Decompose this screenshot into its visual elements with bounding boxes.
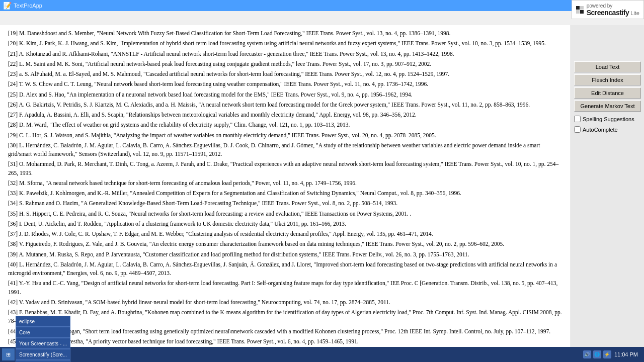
reference-item: [28] D. M. Ward, "The effect of weather … — [8, 121, 562, 129]
reference-item: [37] J. D. Rhodes, W. J. Cole, C. R. Ups… — [8, 230, 562, 238]
sidebar: Load Text Flesch Index Edit Distance Gen… — [571, 25, 644, 348]
reference-item: [40] L. Hernández, C. Baladrón, J. M. Ag… — [8, 260, 562, 278]
main-container: [19] M. Daneshdoost and S. Member, "Neur… — [0, 25, 644, 348]
reference-item: [27] F. Apadula, A. Bassini, A. Elli, an… — [8, 111, 562, 119]
document-text: [19] M. Daneshdoost and S. Member, "Neur… — [8, 29, 562, 348]
tray-icon-3[interactable]: ⚡ — [603, 350, 611, 358]
reference-item: [29] C. L. Hor, S. J. Watson, and S. Maj… — [8, 131, 562, 140]
spelling-suggestions-checkbox[interactable] — [574, 116, 581, 122]
taskbar: ⊞ eclipseCoreYour Screencasts - ...Scree… — [0, 347, 644, 362]
window-title-bar: 📝 TextProApp _ □ ✕ — [0, 0, 644, 11]
clock: 11:04 PM — [614, 351, 638, 357]
reference-item: [39] A. Mutanen, M. Ruska, S. Repo, and … — [8, 250, 562, 259]
reference-item: [34] S. Rahman and O. Hazim, "A Generali… — [8, 199, 562, 208]
logo-sq3 — [576, 10, 580, 14]
logo-sq2 — [580, 6, 584, 10]
reference-item: [44] I. Erkmen and a. Ozdogan, "Short te… — [8, 327, 562, 336]
taskbar-right: 🔊 🌐 ⚡ 11:04 PM — [583, 350, 642, 358]
reference-item: [19] M. Daneshdoost and S. Member, "Neur… — [8, 29, 562, 38]
reference-item: [42] V. Yadav and D. Srinivasan, "A SOM-… — [8, 298, 562, 307]
reference-item: [30] L. Hernández, C. Baladrón, J. M. Ag… — [8, 141, 562, 159]
reference-item: [41] Y.-Y. Hsu and C.-C. Yang, "Design o… — [8, 279, 562, 297]
reference-item: [25] D. Alex and S. Hao, "An implementat… — [8, 90, 562, 99]
app-icon: 📝 — [3, 2, 12, 10]
reference-item: [31] O. Mohammed, D. Park, R. Merchant, … — [8, 160, 562, 177]
title-left: 📝 TextProApp — [3, 2, 42, 10]
reference-item: [24] T. W. S. Chow and C. T. Leung, "Neu… — [8, 80, 562, 88]
powered-label: powered by — [587, 3, 613, 9]
windows-icon: ⊞ — [6, 351, 11, 358]
document-area[interactable]: [19] M. Daneshdoost and S. Member, "Neur… — [0, 25, 571, 348]
taskbar-item-eclipse[interactable]: eclipse — [16, 316, 70, 327]
autocomplete-checkbox[interactable] — [574, 126, 581, 133]
window-title: TextProApp — [14, 3, 42, 9]
taskbar-item-java---mooctext...[interactable]: Java - MOOCText... — [16, 360, 70, 362]
autocomplete-label: AutoComplete — [583, 127, 618, 133]
reference-item: [36] I. Dent, U. Aickelin, and T. Rodden… — [8, 220, 562, 228]
flesch-index-button[interactable]: Flesch Index — [574, 74, 641, 85]
start-button[interactable]: ⊞ — [2, 348, 15, 360]
spelling-suggestions-checkbox-row[interactable]: Spelling Suggestions — [574, 116, 641, 122]
taskbar-items: eclipseCoreYour Screencasts - ...Screenc… — [16, 316, 70, 362]
generate-markov-button[interactable]: Generate Markov Text — [574, 101, 641, 112]
taskbar-item-your-screencasts---...[interactable]: Your Screencasts - ... — [16, 338, 70, 349]
logo-sq1 — [576, 6, 580, 10]
reference-item: [22] L. M. Saini and M. K. Soni, "Artifi… — [8, 60, 562, 68]
system-tray-icons: 🔊 🌐 ⚡ — [583, 350, 611, 358]
reference-item: [26] A. G. Bakirtzis, V. Petridis, S. J.… — [8, 101, 562, 109]
reference-item: [21] A. Khotanzad and R. Afkhami-Rohani,… — [8, 50, 562, 58]
brand-name: Screencastify — [587, 9, 629, 17]
reference-item: [20] K. Kim, J. Park, K.-J. Hwang, and S… — [8, 39, 562, 48]
reference-item: [45] S. Rahman and G. Shrestha, "A prior… — [8, 337, 562, 346]
taskbar-item-screencastify-(scre...[interactable]: Screencastify (Scre... — [16, 349, 70, 360]
logo-sq4 — [580, 10, 584, 14]
tray-icon-2[interactable]: 🌐 — [593, 350, 601, 358]
tray-icon-1[interactable]: 🔊 — [583, 350, 591, 358]
reference-item: [38] V. Figueiredo, F. Rodrigues, Z. Val… — [8, 240, 562, 248]
lite-label: Lite — [630, 10, 639, 16]
powered-by-bar: powered by Screencastify Lite — [572, 0, 644, 19]
reference-item: [43] F. Benabbas, M. T. Khadir, D. Fay, … — [8, 308, 562, 326]
autocomplete-checkbox-row[interactable]: AutoComplete — [574, 126, 641, 133]
powered-by-text: powered by Screencastify Lite — [587, 3, 639, 17]
reference-item: [33] K. Pawelzik, J. Kohlmorgen, and K.-… — [8, 189, 562, 198]
edit-distance-button[interactable]: Edit Distance — [574, 87, 641, 99]
references-container: [19] M. Daneshdoost and S. Member, "Neur… — [8, 29, 562, 348]
spelling-suggestions-label: Spelling Suggestions — [583, 116, 634, 122]
taskbar-item-core[interactable]: Core — [16, 327, 70, 338]
load-text-button[interactable]: Load Text — [574, 61, 641, 72]
reference-item: [35] H. S. Hippert, C. E. Pedreira, and … — [8, 210, 562, 218]
reference-item: [32] M. Sforna, "A neural network based … — [8, 179, 562, 188]
screencastify-logo — [576, 6, 584, 14]
reference-item: [23] a. S. AlFuhaid, M. a. El-Sayed, and… — [8, 70, 562, 78]
